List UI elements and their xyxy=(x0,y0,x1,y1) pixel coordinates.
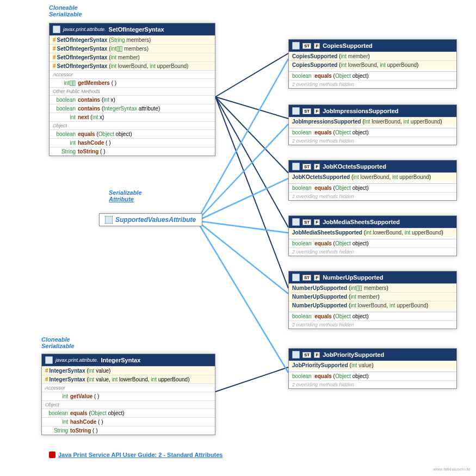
class-integersyntax[interactable]: javax.print.attribute. IntegerSyntax #In… xyxy=(41,354,215,435)
class-name: JobMediaSheetsSupported xyxy=(323,219,400,225)
tag-serializable: Serializable xyxy=(49,11,82,17)
class-jobprioritysupported[interactable]: STFJobPrioritySupportedJobPrioritySuppor… xyxy=(288,348,457,389)
oracle-icon xyxy=(49,452,55,458)
package-label: javax.print.attribute. xyxy=(55,357,98,363)
class-jobimpressionssupported[interactable]: STFJobImpressionsSupportedJobImpressions… xyxy=(288,104,457,145)
final-badge: F xyxy=(314,352,320,358)
constructor-row[interactable]: JobKOctetsSupported (int lowerBound, int… xyxy=(289,172,456,181)
class-icon xyxy=(53,26,60,33)
class-numberupsupported[interactable]: STFNumberUpSupportedNumberUpSupported (i… xyxy=(288,271,457,329)
stereotype-badge: ST xyxy=(302,219,311,225)
stereotype-badge: ST xyxy=(302,164,311,170)
class-name: JobPrioritySupported xyxy=(323,351,384,358)
tag-cloneable: Cloneable xyxy=(49,4,78,11)
final-badge: F xyxy=(314,275,320,281)
constructor-row[interactable]: NumberUpSupported (int[][] members) xyxy=(289,283,456,292)
constructor-row[interactable]: #SetOfIntegerSyntax (int member) xyxy=(50,53,215,61)
constructor-row[interactable]: NumberUpSupported (int member) xyxy=(289,292,456,301)
method-row[interactable]: boolean equals (Object object) xyxy=(289,183,456,192)
diagram-canvas: Cloneable Serializable javax.print.attri… xyxy=(0,0,476,476)
class-name: JobKOctetsSupported xyxy=(323,163,386,170)
class-icon xyxy=(292,274,300,281)
method-row[interactable]: inthashCode ( ) xyxy=(50,138,215,147)
constructor-row[interactable]: CopiesSupported (int lowerBound, int upp… xyxy=(289,60,456,69)
method-row[interactable]: StringtoString ( ) xyxy=(50,147,215,156)
method-row[interactable]: boolean equals (Object object) xyxy=(289,71,456,80)
method-row[interactable]: booleanequals (Object object) xyxy=(50,129,215,138)
class-setofintegersyntax[interactable]: javax.print.attribute. SetOfIntegerSynta… xyxy=(49,23,215,156)
class-header: STFJobMediaSheetsSupported xyxy=(289,216,456,228)
stereotype-badge: ST xyxy=(302,352,311,358)
class-header: javax.print.attribute. SetOfIntegerSynta… xyxy=(50,23,215,35)
class-name: JobImpressionsSupported xyxy=(323,108,398,114)
constructor-row[interactable]: JobMediaSheetsSupported (int lowerBound,… xyxy=(289,228,456,237)
tags-setofintegersyntax: Cloneable Serializable xyxy=(49,4,82,17)
svg-line-5 xyxy=(215,367,288,392)
method-row[interactable]: booleanequals (Object object) xyxy=(42,409,215,417)
constructor-row[interactable]: #IntegerSyntax (int value, int lowerBoun… xyxy=(42,375,215,384)
method-row[interactable]: intnext (int x) xyxy=(50,113,215,121)
constructor-row[interactable]: JobImpressionsSupported (int lowerBound,… xyxy=(289,117,456,126)
svg-line-4 xyxy=(215,97,288,288)
svg-line-1 xyxy=(215,97,288,119)
constructor-row[interactable]: JobPrioritySupported (int value) xyxy=(289,361,456,369)
constructor-row[interactable]: #SetOfIntegerSyntax (int[][] members) xyxy=(50,44,215,53)
tag-serializable3: Serializable xyxy=(41,343,75,349)
final-badge: F xyxy=(314,219,320,225)
method-row[interactable]: boolean equals (Object object) xyxy=(289,239,456,248)
constructor-row[interactable]: NumberUpSupported (int lowerBound, int u… xyxy=(289,301,456,310)
stereotype-badge: ST xyxy=(302,275,311,281)
hidden-methods-note: 2 overriding methods hidden xyxy=(289,380,456,388)
method-row[interactable]: boolean equals (Object object) xyxy=(289,372,456,380)
stereotype-badge: ST xyxy=(302,108,311,114)
svg-line-11 xyxy=(197,221,288,373)
method-row[interactable]: boolean equals (Object object) xyxy=(289,312,456,320)
interface-icon xyxy=(105,216,113,224)
section-other: Other Public Methods xyxy=(50,87,215,95)
method-row[interactable]: StringtoString ( ) xyxy=(42,426,215,435)
class-header: javax.print.attribute. IntegerSyntax xyxy=(42,354,215,366)
class-name: NumberUpSupported xyxy=(323,274,383,281)
tag-attribute-link[interactable]: Attribute xyxy=(109,196,142,202)
tag-cloneable2: Cloneable xyxy=(41,336,70,343)
method-row[interactable]: int[][]getMembers ( ) xyxy=(50,78,215,87)
class-jobmediasheetssupported[interactable]: STFJobMediaSheetsSupportedJobMediaSheets… xyxy=(288,215,457,256)
svg-rect-12 xyxy=(53,26,60,33)
tags-integersyntax: Cloneable Serializable xyxy=(41,336,75,349)
class-icon xyxy=(292,351,300,358)
hidden-methods-note: 2 overriding methods hidden xyxy=(289,192,456,200)
class-header: STFJobPrioritySupported xyxy=(289,349,456,361)
svg-rect-17 xyxy=(292,163,300,170)
hidden-methods-note: 2 overriding methods hidden xyxy=(289,80,456,88)
class-copiessupported[interactable]: STFCopiesSupportedCopiesSupported (int m… xyxy=(288,39,457,89)
class-icon xyxy=(292,42,300,50)
class-icon xyxy=(45,356,53,364)
hidden-methods-note: 2 overriding methods hidden xyxy=(289,320,456,329)
constructor-row[interactable]: #SetOfIntegerSyntax (int lowerBound, int… xyxy=(50,61,215,70)
tag-serializable2: Serializable xyxy=(109,189,142,196)
class-header: STFCopiesSupported xyxy=(289,40,456,52)
constructor-row[interactable]: CopiesSupported (int member) xyxy=(289,52,456,60)
method-row[interactable]: booleancontains (IntegerSyntax attribute… xyxy=(50,104,215,113)
stereotype-badge: ST xyxy=(302,43,311,49)
svg-line-8 xyxy=(197,178,288,221)
constructor-row[interactable]: #SetOfIntegerSyntax (String members) xyxy=(50,35,215,44)
svg-rect-14 xyxy=(45,356,53,364)
method-row[interactable]: intgetValue ( ) xyxy=(42,392,215,400)
method-row[interactable]: booleancontains (int x) xyxy=(50,95,215,104)
credit-text: www.falkhausen.de xyxy=(433,467,471,472)
class-name: SetOfIntegerSyntax xyxy=(109,26,164,33)
constructor-row[interactable]: #IntegerSyntax (int value) xyxy=(42,366,215,375)
class-header: STFJobKOctetsSupported xyxy=(289,160,456,172)
svg-line-2 xyxy=(215,97,288,173)
svg-rect-13 xyxy=(105,216,113,224)
class-jobkoctetssupported[interactable]: STFJobKOctetsSupportedJobKOctetsSupporte… xyxy=(288,160,457,201)
tags-supportedvalues: Serializable Attribute xyxy=(109,189,142,202)
method-row[interactable]: inthashCode ( ) xyxy=(42,417,215,426)
method-row[interactable]: boolean equals (Object object) xyxy=(289,128,456,137)
svg-rect-19 xyxy=(292,274,300,281)
footer-link[interactable]: Java Print Service API User Guide: 2 - S… xyxy=(49,452,222,458)
svg-rect-15 xyxy=(292,42,300,50)
interface-supportedvaluesattribute[interactable]: SupportedValuesAttribute xyxy=(99,213,202,226)
svg-rect-18 xyxy=(292,218,300,226)
